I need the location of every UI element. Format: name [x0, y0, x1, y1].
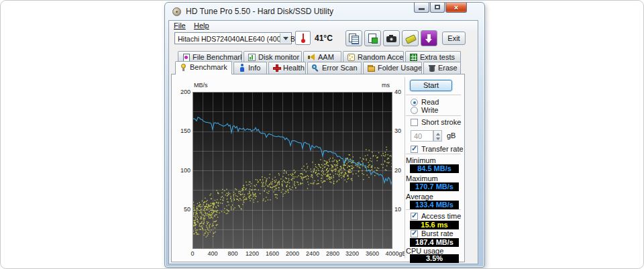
tab-random-access[interactable]: Random Access: [343, 51, 404, 62]
tab-health[interactable]: Health: [268, 62, 306, 74]
cpu-usage-value: 3.5%: [410, 254, 459, 263]
x-tick: 400: [207, 250, 217, 257]
chevron-down-icon[interactable]: [280, 34, 290, 43]
info-icon: [237, 64, 246, 72]
close-button[interactable]: ×: [445, 3, 467, 13]
write-radio[interactable]: [411, 107, 418, 114]
tab-aam[interactable]: AAM: [303, 51, 341, 62]
divider: [406, 154, 461, 155]
benchmark-plot: [193, 92, 392, 249]
average-label: Average: [406, 193, 433, 201]
spin-up-icon[interactable]: [436, 133, 440, 136]
trash-icon: [427, 64, 436, 72]
maximum-value: 170.7 MB/s: [410, 182, 459, 191]
speaker-icon: [307, 53, 316, 62]
short-stroke-checkbox[interactable]: [411, 119, 418, 126]
drive-selector-dropdown[interactable]: Hitachi HDS724040ALE640 (4000 gB): [174, 32, 292, 44]
x-tick: 3200: [345, 250, 359, 257]
tab-erase[interactable]: Erase: [423, 62, 461, 74]
x-tick: 2800: [326, 250, 339, 257]
divider: [406, 115, 461, 117]
right-tick: 30: [394, 127, 411, 134]
screenshot-frame: HD Tune Pro 5.50 - Hard Disk/SSD Utility…: [0, 0, 644, 269]
divider: [406, 209, 461, 211]
minimize-icon: [419, 8, 425, 10]
read-radio-label: Read: [421, 98, 439, 106]
divider: [406, 95, 461, 96]
grid-icon: [409, 53, 418, 62]
x-tick: 800: [227, 250, 237, 257]
transfer-rate-label: Transfer rate: [421, 145, 464, 153]
start-button[interactable]: Start: [410, 80, 452, 91]
panel-separator: [405, 77, 406, 258]
burst-rate-label: Burst rate: [421, 229, 453, 237]
x-tick: 3600: [366, 250, 379, 257]
minimize-button[interactable]: [414, 3, 429, 13]
maximum-label: Maximum: [406, 174, 438, 182]
maximize-icon: [435, 5, 440, 9]
x-tick: 2000: [286, 250, 299, 257]
menu-help[interactable]: Help: [194, 21, 209, 30]
maximize-button[interactable]: [430, 3, 445, 13]
save-button[interactable]: [402, 30, 419, 46]
right-axis-unit: ms: [382, 82, 390, 89]
spin-down-icon[interactable]: [436, 138, 440, 140]
window-title: HD Tune Pro 5.50 - Hard Disk/SSD Utility: [186, 7, 333, 16]
x-tick: 4000gB: [385, 250, 406, 257]
tab-folder-usage[interactable]: Folder Usage: [363, 62, 422, 74]
temperature-label: 41°C: [315, 34, 333, 43]
short-stroke-unit: gB: [447, 131, 455, 140]
copy-image-button[interactable]: [364, 30, 381, 46]
bulb-icon: [179, 63, 188, 72]
left-tick: 100: [172, 167, 191, 174]
left-axis-unit: MB/s: [194, 82, 208, 89]
thermometer-bulb-icon: [301, 39, 305, 43]
folder-icon: [367, 64, 376, 72]
left-tick: 150: [172, 127, 191, 134]
burst-rate-value: 187.4 MB/s: [410, 238, 459, 247]
yellow-chip-icon: [405, 34, 417, 44]
app-window: HD Tune Pro 5.50 - Hard Disk/SSD Utility…: [164, 2, 485, 268]
capture-button[interactable]: [421, 30, 437, 46]
short-stroke-input[interactable]: 40: [411, 130, 433, 142]
minimum-value: 84.5 MB/s: [410, 164, 459, 173]
tab-error-scan[interactable]: Error Scan: [307, 62, 362, 74]
read-radio[interactable]: [411, 99, 418, 106]
short-stroke-stepper[interactable]: [433, 130, 442, 142]
burst-rate-checkbox[interactable]: [411, 230, 418, 237]
close-icon: ×: [446, 3, 466, 12]
dice-icon: [347, 53, 356, 62]
menu-file[interactable]: File: [174, 21, 186, 30]
down-arrow-icon: [427, 34, 431, 39]
access-time-checkbox[interactable]: [411, 213, 418, 220]
average-value: 133.4 MB/s: [410, 201, 459, 209]
tab-disk-monitor[interactable]: Disk monitor: [244, 51, 302, 62]
x-tick: 2400: [306, 250, 319, 257]
temperature-button[interactable]: [295, 31, 311, 45]
left-tick: 50: [172, 206, 191, 213]
screenshot-button[interactable]: [383, 30, 400, 46]
transfer-rate-checkbox[interactable]: [411, 146, 418, 153]
x-tick: 1600: [266, 250, 279, 257]
tab-extra-tests[interactable]: Extra tests: [405, 51, 461, 62]
copy-text-button[interactable]: [345, 30, 362, 46]
left-tick: 200: [172, 89, 191, 95]
right-tick: 20: [394, 167, 411, 174]
titlebar: HD Tune Pro 5.50 - Hard Disk/SSD Utility…: [165, 3, 484, 20]
short-stroke-label: Short stroke: [421, 118, 461, 126]
benchmark-tab-page: MB/s ms 200 150 100 50 40 30 20 10 0 400…: [171, 74, 465, 262]
exit-button[interactable]: Exit: [442, 32, 466, 45]
magnifier-icon: [311, 64, 320, 72]
app-icon: [172, 7, 181, 16]
x-tick: 0: [191, 250, 194, 257]
health-cross-icon: [272, 64, 281, 72]
write-radio-label: Write: [421, 106, 438, 114]
access-time-label: Access time: [421, 212, 461, 220]
client-area: File Help Hitachi HDS724040ALE640 (4000 …: [168, 20, 478, 264]
tab-info[interactable]: Info: [233, 62, 267, 74]
minimum-label: Minimum: [406, 156, 436, 164]
x-tick: 1200: [246, 250, 259, 257]
tab-benchmark[interactable]: Benchmark: [175, 61, 232, 74]
disk-monitor-icon: [248, 53, 256, 62]
